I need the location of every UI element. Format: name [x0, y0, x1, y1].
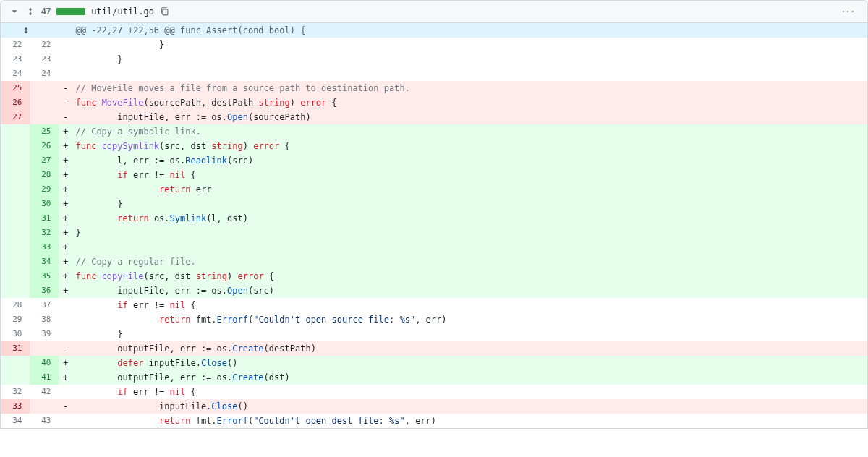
line-number-old[interactable]: 34 — [1, 414, 30, 429]
more-options-icon[interactable]: ··· — [839, 5, 859, 18]
line-number-new[interactable]: 31 — [30, 211, 59, 226]
line-number-new[interactable]: 33 — [30, 240, 59, 255]
line-number-new[interactable]: 28 — [30, 168, 59, 182]
line-number-old[interactable]: 33 — [1, 399, 30, 414]
diff-line: 34+// Copy a regular file. — [1, 255, 868, 269]
line-number-old[interactable] — [1, 240, 30, 255]
diff-marker: + — [59, 168, 73, 182]
code-cell: outputFile, err := os.Create(destPath) — [73, 341, 868, 356]
diff-marker: + — [59, 356, 73, 370]
line-number-old[interactable]: 23 — [1, 52, 30, 67]
code-cell: if err != nil { — [73, 298, 868, 312]
diff-marker: + — [59, 269, 73, 283]
line-number-new[interactable] — [30, 110, 59, 124]
diff-marker: + — [59, 283, 73, 298]
line-number-old[interactable] — [1, 269, 30, 283]
line-number-old[interactable] — [1, 153, 30, 168]
line-number-new[interactable]: 30 — [30, 197, 59, 211]
line-number-old[interactable]: 24 — [1, 67, 30, 81]
line-number-new[interactable]: 35 — [30, 269, 59, 283]
diff-marker: + — [59, 370, 73, 385]
diff-marker: - — [59, 341, 73, 356]
line-number-old[interactable] — [1, 168, 30, 182]
diff-marker: + — [59, 139, 73, 153]
line-number-old[interactable]: 26 — [1, 95, 30, 110]
line-number-old[interactable] — [1, 226, 30, 240]
diff-marker: + — [59, 153, 73, 168]
diff-marker — [59, 414, 73, 429]
diff-line: 25+// Copy a symbolic link. — [1, 124, 868, 139]
line-number-new[interactable]: 34 — [30, 255, 59, 269]
diff-line: 2837 if err != nil { — [1, 298, 868, 312]
expand-hunk-icon[interactable] — [1, 23, 59, 38]
file-header-left: 47 util/util.go — [9, 7, 170, 17]
diff-line: 32+} — [1, 226, 868, 240]
line-number-new[interactable]: 43 — [30, 414, 59, 429]
line-number-new[interactable]: 22 — [30, 38, 59, 52]
line-number-old[interactable] — [1, 139, 30, 153]
diff-body: @@ -22,27 +22,56 @@ func Assert(cond boo… — [1, 23, 868, 429]
diff-line: 28+ if err != nil { — [1, 168, 868, 182]
line-number-new[interactable]: 38 — [30, 312, 59, 327]
line-number-old[interactable] — [1, 356, 30, 370]
line-number-new[interactable]: 24 — [30, 67, 59, 81]
copy-icon[interactable] — [160, 7, 170, 17]
code-cell: inputFile.Close() — [73, 399, 868, 414]
line-number-new[interactable] — [30, 81, 59, 95]
line-number-old[interactable] — [1, 124, 30, 139]
line-number-new[interactable]: 29 — [30, 182, 59, 197]
line-number-new[interactable] — [30, 341, 59, 356]
diff-marker: + — [59, 240, 73, 255]
line-number-old[interactable]: 27 — [1, 110, 30, 124]
code-cell: if err != nil { — [73, 385, 868, 399]
line-number-old[interactable]: 28 — [1, 298, 30, 312]
line-number-new[interactable]: 36 — [30, 283, 59, 298]
diff-line: 25-// MoveFile moves a file from a sourc… — [1, 81, 868, 95]
diff-line: 26+func copySymlink(src, dst string) err… — [1, 139, 868, 153]
code-cell: // Copy a symbolic link. — [73, 124, 868, 139]
diff-marker — [59, 67, 73, 81]
line-number-new[interactable]: 25 — [30, 124, 59, 139]
line-number-new[interactable]: 37 — [30, 298, 59, 312]
line-number-new[interactable]: 40 — [30, 356, 59, 370]
line-number-new[interactable]: 27 — [30, 153, 59, 168]
code-cell: // MoveFile moves a file from a source p… — [73, 81, 868, 95]
line-number-new[interactable]: 42 — [30, 385, 59, 399]
line-number-old[interactable] — [1, 370, 30, 385]
file-path[interactable]: util/util.go — [91, 7, 154, 17]
diff-line: 30+ } — [1, 197, 868, 211]
diff-table: @@ -22,27 +22,56 @@ func Assert(cond boo… — [0, 23, 868, 429]
line-number-old[interactable]: 25 — [1, 81, 30, 95]
code-cell: } — [73, 52, 868, 67]
diff-marker: + — [59, 211, 73, 226]
line-number-old[interactable] — [1, 197, 30, 211]
line-number-new[interactable]: 39 — [30, 327, 59, 341]
line-number-old[interactable]: 32 — [1, 385, 30, 399]
code-cell: return err — [73, 182, 868, 197]
line-number-new[interactable]: 41 — [30, 370, 59, 385]
line-number-old[interactable] — [1, 211, 30, 226]
line-number-old[interactable]: 30 — [1, 327, 30, 341]
diff-marker: + — [59, 197, 73, 211]
line-number-new[interactable] — [30, 399, 59, 414]
expand-all-icon[interactable] — [25, 7, 35, 17]
line-number-old[interactable] — [1, 283, 30, 298]
file-header: 47 util/util.go ··· — [0, 0, 868, 23]
diff-marker: + — [59, 255, 73, 269]
diff-line: 27+ l, err := os.Readlink(src) — [1, 153, 868, 168]
line-number-new[interactable]: 23 — [30, 52, 59, 67]
line-number-old[interactable]: 22 — [1, 38, 30, 52]
diff-marker: - — [59, 95, 73, 110]
line-number-new[interactable] — [30, 95, 59, 110]
hunk-header-row: @@ -22,27 +22,56 @@ func Assert(cond boo… — [1, 23, 868, 38]
line-number-old[interactable]: 29 — [1, 312, 30, 327]
line-number-new[interactable]: 26 — [30, 139, 59, 153]
line-number-old[interactable]: 31 — [1, 341, 30, 356]
line-number-old[interactable] — [1, 255, 30, 269]
chevron-down-icon[interactable] — [9, 7, 20, 17]
diff-line: 35+func copyFile(src, dst string) error … — [1, 269, 868, 283]
diff-marker — [59, 312, 73, 327]
code-cell: if err != nil { — [73, 168, 868, 182]
line-number-new[interactable]: 32 — [30, 226, 59, 240]
line-number-old[interactable] — [1, 182, 30, 197]
